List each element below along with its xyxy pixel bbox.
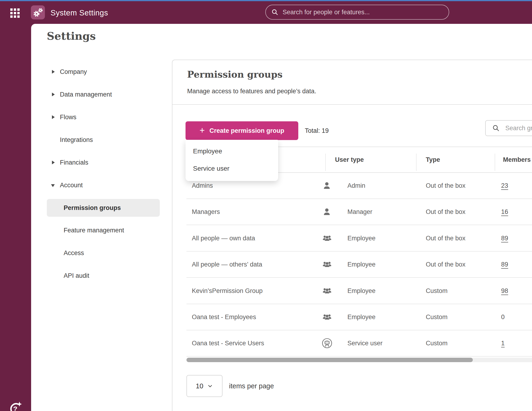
group-icon bbox=[322, 311, 332, 323]
column-divider bbox=[325, 154, 326, 171]
permission-groups-panel: Permission groups Manage access to featu… bbox=[172, 60, 532, 411]
page-size-select[interactable]: 10 bbox=[186, 375, 222, 397]
total-count: Total: 19 bbox=[305, 121, 329, 140]
panel-title: Permission groups bbox=[187, 69, 283, 80]
members-value: 0 bbox=[501, 304, 505, 330]
sidebar-item-permission-groups[interactable]: Permission groups bbox=[47, 199, 160, 217]
search-icon bbox=[492, 124, 500, 132]
create-permission-group-button[interactable]: + Create permission group bbox=[186, 121, 298, 140]
gears-icon bbox=[31, 5, 45, 19]
members-link[interactable]: 23 bbox=[501, 173, 508, 198]
person-icon bbox=[322, 180, 332, 191]
table-row-oana-test-service-users[interactable]: Oana test - Service Users Service user C… bbox=[186, 330, 532, 356]
column-divider bbox=[416, 154, 417, 171]
app-header: System Settings bbox=[0, 1, 532, 24]
help-sparkle-icon: ? bbox=[8, 401, 23, 411]
page-size-value: 10 bbox=[196, 382, 203, 390]
person-icon bbox=[322, 206, 332, 218]
horizontal-scrollbar-track[interactable] bbox=[186, 358, 532, 362]
sidebar-item-company[interactable]: Company bbox=[47, 67, 159, 76]
page-title: Settings bbox=[47, 30, 96, 42]
sidebar-item-flows[interactable]: Flows bbox=[47, 112, 159, 122]
search-groups-field[interactable] bbox=[485, 120, 532, 136]
search-groups-input[interactable] bbox=[505, 124, 532, 132]
chevron-right-icon bbox=[52, 70, 55, 74]
app-title: System Settings bbox=[50, 1, 108, 24]
group-icon bbox=[322, 232, 332, 244]
chevron-right-icon bbox=[52, 161, 55, 164]
chevron-right-icon bbox=[52, 115, 55, 119]
help-button[interactable]: ? bbox=[8, 401, 23, 411]
create-group-type-menu: Employee Service user bbox=[186, 140, 278, 181]
sidebar-item-integrations[interactable]: Integrations bbox=[47, 135, 159, 144]
members-link[interactable]: 89 bbox=[501, 252, 508, 277]
column-header-type[interactable]: Type bbox=[426, 147, 440, 172]
group-icon bbox=[322, 259, 332, 270]
sidebar-item-feature-management[interactable]: Feature management bbox=[47, 226, 160, 235]
horizontal-scrollbar-thumb[interactable] bbox=[186, 358, 473, 362]
column-header-user-type[interactable]: User type bbox=[335, 147, 364, 172]
members-link[interactable]: 98 bbox=[501, 278, 508, 304]
table-row-kevins-permission-group[interactable]: Kevin’sPermission Group Employee Custom … bbox=[186, 278, 532, 304]
chevron-down-icon bbox=[51, 184, 55, 187]
table-row-managers[interactable]: Managers Manager Out of the box 16 bbox=[186, 199, 532, 225]
app-logo[interactable] bbox=[31, 5, 45, 19]
sidebar-item-financials[interactable]: Financials bbox=[47, 158, 159, 167]
create-permission-group-label: Create permission group bbox=[209, 127, 284, 134]
sidebar-item-account[interactable]: Account bbox=[47, 180, 159, 190]
chevron-right-icon bbox=[52, 93, 55, 96]
search-icon bbox=[271, 9, 278, 16]
table-row-oana-test-employees[interactable]: Oana test - Employees Employee Custom 0 bbox=[186, 304, 532, 330]
members-link[interactable]: 89 bbox=[501, 225, 508, 251]
plus-icon: + bbox=[200, 125, 205, 135]
global-search-input[interactable] bbox=[282, 9, 433, 16]
table-row-all-people-own-data[interactable]: All people — own data Employee Out of th… bbox=[186, 225, 532, 252]
system-settings-window: System Settings ? Settings Company Data … bbox=[0, 0, 532, 411]
app-launcher-grid-icon[interactable] bbox=[10, 9, 20, 18]
members-link[interactable]: 16 bbox=[501, 199, 508, 225]
chevron-down-icon bbox=[207, 383, 213, 389]
svg-text:?: ? bbox=[13, 405, 17, 411]
table-row-all-people-others-data[interactable]: All people — others’ data Employee Out o… bbox=[186, 252, 532, 278]
group-icon bbox=[322, 285, 332, 297]
divider bbox=[172, 104, 532, 105]
panel-subtitle: Manage access to features and people’s d… bbox=[187, 88, 316, 95]
sidebar-item-api-audit[interactable]: API audit bbox=[47, 271, 160, 280]
members-link[interactable]: 1 bbox=[501, 330, 505, 356]
menu-item-employee[interactable]: Employee bbox=[186, 143, 278, 160]
items-per-page-label: items per page bbox=[229, 375, 274, 397]
menu-item-service-user[interactable]: Service user bbox=[186, 160, 278, 177]
robot-icon bbox=[322, 337, 332, 349]
column-header-members[interactable]: Members bbox=[503, 147, 531, 172]
sidebar-item-access[interactable]: Access bbox=[47, 248, 160, 258]
global-search[interactable] bbox=[265, 5, 449, 20]
sidebar-item-data-management[interactable]: Data management bbox=[47, 90, 159, 99]
column-divider bbox=[495, 154, 495, 171]
